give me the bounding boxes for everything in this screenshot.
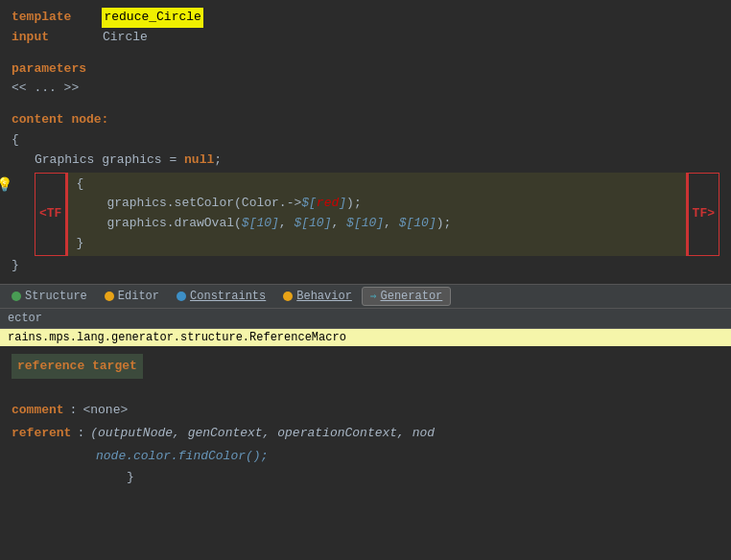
input-keyword: input [12, 28, 49, 48]
setcolor-suffix: ); [346, 194, 362, 214]
comma2: , [331, 214, 346, 234]
tf-content: { graphics.setColor(Color.->$[red]); gra… [66, 173, 687, 256]
tab-generator[interactable]: ⇒ Generator [362, 287, 451, 306]
sector-row: ector [0, 309, 731, 329]
graphics-decl-line: Graphics graphics = null ; [12, 151, 719, 171]
tf-close-brace: } [76, 234, 83, 254]
referent-close: } [127, 470, 134, 484]
constraints-dot [177, 292, 186, 301]
arg1: $[10] [242, 214, 279, 234]
setcolor-line: graphics.setColor(Color.->$[red]); [76, 194, 677, 214]
content-label-line: content node: [12, 110, 719, 130]
semicolon: ; [214, 151, 222, 171]
null-keyword: null [184, 151, 214, 171]
referent-body: node.color.findColor(); [96, 449, 268, 463]
referent-row: referent : (outputNode, genContext, oper… [12, 423, 719, 444]
referent-body-row: node.color.findColor(); [96, 446, 719, 467]
referent-close-row: } [127, 467, 719, 488]
tab-structure-label: Structure [25, 290, 87, 303]
arg3: $[10] [346, 214, 384, 234]
content-open-brace: { [12, 130, 719, 151]
parameters-keyword: parameters [12, 59, 86, 80]
graphics-var: graphics [102, 151, 161, 171]
referent-sep: : [77, 423, 84, 444]
setcolor-prefix: graphics.setColor(Color.-> [106, 194, 301, 214]
red-value: red [317, 194, 339, 214]
editor-dot [105, 292, 114, 301]
content-close-brace: } [12, 256, 719, 276]
sector-label: ector [8, 312, 42, 325]
input-line: input Circle [12, 28, 719, 48]
tab-structure[interactable]: Structure [4, 288, 95, 305]
tab-generator-label: Generator [380, 290, 442, 303]
tf-close-brace-line: } [76, 234, 677, 254]
tab-constraints[interactable]: Constraints [169, 288, 273, 305]
reference-section: reference target comment : <none> refere… [0, 346, 731, 560]
arg4: $[10] [399, 214, 436, 234]
arg2: $[10] [294, 214, 331, 234]
tab-editor-label: Editor [118, 290, 159, 303]
lightbulb-icon: 💡 [0, 175, 12, 196]
tab-behavior[interactable]: Behavior [275, 288, 360, 305]
dollar-bracket-close: ] [339, 194, 346, 214]
template-keyword: template [12, 8, 71, 28]
input-value: Circle [103, 28, 148, 48]
tf-block: 💡 <TF { graphics.setColor(Color.->$[red]… [12, 173, 719, 256]
main-container: template reduce_Circle input Circle para… [0, 0, 731, 560]
tf-open-brace: { [76, 175, 83, 195]
content-keyword: content node: [12, 110, 108, 130]
open-brace: { [12, 130, 19, 151]
referent-params: (outputNode, genContext, operationContex… [90, 423, 435, 444]
comment-sep: : [70, 400, 78, 421]
generator-icon: ⇒ [370, 290, 377, 302]
comment-key: comment [12, 400, 64, 421]
close-brace: } [12, 256, 19, 276]
tf-brace-line: { [76, 175, 677, 195]
tab-behavior-label: Behavior [296, 290, 352, 303]
parameters-value: << ... >> [12, 79, 79, 99]
drawoval-prefix: graphics.drawOval( [106, 214, 241, 234]
code-area: template reduce_Circle input Circle para… [0, 0, 731, 284]
comma1: , [279, 214, 295, 234]
comment-value: <none> [83, 400, 128, 421]
breadcrumb-text: rains.mps.lang.generator.structure.Refer… [8, 331, 346, 344]
template-name: reduce_Circle [102, 8, 202, 28]
tab-constraints-label: Constraints [190, 290, 266, 303]
tf-right-label: TF> [688, 173, 719, 256]
parameters-line: parameters [12, 59, 719, 80]
structure-dot [12, 292, 21, 301]
dollar-bracket-open: $[ [301, 194, 317, 214]
template-line: template reduce_Circle [12, 8, 719, 28]
tf-left-label: <TF [35, 173, 66, 256]
ref-title-row: reference target [12, 354, 719, 386]
behavior-dot [283, 292, 293, 301]
graphics-class: Graphics [35, 151, 94, 171]
comment-row: comment : <none> [12, 400, 719, 421]
ref-title: reference target [12, 354, 143, 379]
parameters-value-line: << ... >> [12, 79, 719, 99]
drawoval-line: graphics.drawOval($[10], $[10], $[10], $… [76, 214, 677, 234]
tab-editor[interactable]: Editor [97, 288, 167, 305]
breadcrumb-row: rains.mps.lang.generator.structure.Refer… [0, 329, 731, 346]
drawoval-suffix: ); [436, 214, 452, 234]
comma3: , [384, 214, 399, 234]
tab-bar: Structure Editor Constraints Behavior ⇒ … [0, 284, 731, 309]
bottom-panel: ector rains.mps.lang.generator.structure… [0, 309, 731, 560]
referent-key: referent [12, 423, 71, 444]
